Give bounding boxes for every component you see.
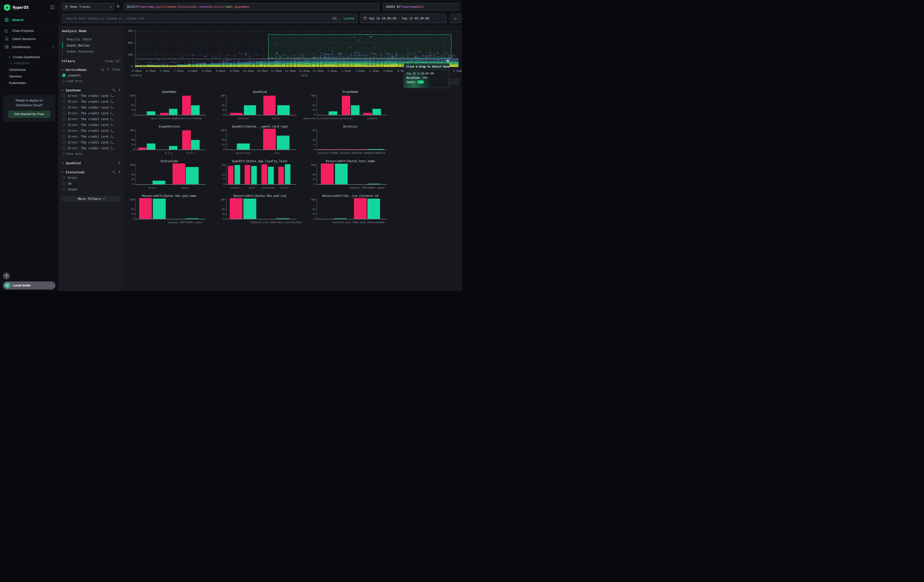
sidebar-item-client-sessions[interactable]: Client Sessions <box>0 35 59 43</box>
sidebar-item-services[interactable]: Services <box>0 73 59 79</box>
filter-option[interactable]: Error: The credit card (… <box>62 134 121 139</box>
chart-y-tick: 0 <box>217 183 225 185</box>
filter-option[interactable]: Error: The credit card (… <box>62 93 121 99</box>
sidebar-item-kubernetes[interactable]: Kubernetes <box>0 79 59 86</box>
y-axis-line <box>135 94 136 115</box>
chart-y-tick: 50 <box>308 208 315 211</box>
chart-y-tick: 0 <box>127 113 134 116</box>
checkbox[interactable] <box>62 123 66 127</box>
tick-mark <box>315 184 317 185</box>
chevron-down-icon[interactable] <box>61 68 64 71</box>
filter-option[interactable]: Unset <box>62 187 121 192</box>
checkbox[interactable] <box>62 106 66 109</box>
checkbox[interactable] <box>62 188 66 191</box>
checkbox[interactable] <box>62 135 66 138</box>
local-mode-label: Local mode <box>13 284 51 287</box>
filter-option[interactable]: Error: The credit card (… <box>62 145 121 151</box>
filter-option[interactable]: ✓payment <box>62 73 121 78</box>
tick-mark <box>168 150 169 151</box>
checkbox[interactable] <box>62 112 66 115</box>
selection-box[interactable] <box>268 35 451 58</box>
pin-icon[interactable] <box>107 68 110 71</box>
source-select[interactable]: Demo Traces <box>62 3 114 10</box>
lucene-mode-toggle[interactable]: Lucene <box>343 17 354 20</box>
search-input[interactable] <box>65 16 331 20</box>
pin-icon[interactable] <box>118 89 121 92</box>
bar <box>153 199 165 219</box>
filter-option[interactable]: Ok <box>62 181 121 186</box>
mode-results-table[interactable]: Results Table <box>63 36 121 42</box>
pin-icon[interactable] <box>118 162 121 165</box>
sidebar-item-label: Dashboards <box>12 45 52 49</box>
clear-all-button[interactable]: Clear all <box>105 59 121 63</box>
bar <box>228 166 234 184</box>
tick-mark <box>251 185 252 186</box>
checkbox[interactable] <box>62 147 66 150</box>
search-icon[interactable] <box>101 68 104 71</box>
select-query-input[interactable]: SELECT Timestamp, ServiceName, StatusCod… <box>124 3 379 10</box>
checkbox[interactable] <box>62 176 66 180</box>
filter-option[interactable]: Error: The credit card (… <box>62 105 121 110</box>
mode-event-patterns[interactable]: Event Patterns <box>63 48 121 54</box>
more-filters-button[interactable]: More filters <box>62 196 121 202</box>
filter-option[interactable]: Error: The credit card (… <box>62 128 121 134</box>
checkbox[interactable]: ✓ <box>62 74 66 77</box>
filter-option[interactable]: Error: The credit card (… <box>62 116 121 122</box>
chart-y-tick: 25 <box>127 213 134 215</box>
heatmap-x-tick: 9:30pm <box>227 69 242 73</box>
sidebar-item-dashboards[interactable]: Dashboards <box>0 43 59 51</box>
order-by-input[interactable]: ORDER BY Timestamp DESC <box>383 3 459 10</box>
next-page-button[interactable]: › <box>453 79 459 85</box>
sidebar-item-search[interactable]: Search <box>0 16 59 24</box>
sidebar-item-clickhouse[interactable]: ClickHouse <box>0 66 59 73</box>
chart-y-tick: 0 <box>308 218 315 220</box>
tick-mark <box>225 115 226 115</box>
filter-option[interactable]: Error <box>62 175 121 180</box>
create-dashboard-button[interactable]: + Create Dashboard <box>0 54 59 60</box>
bar <box>329 111 337 115</box>
search-icon[interactable] <box>112 171 116 173</box>
sidebar-item-chart-explorer[interactable]: Chart Explorer <box>0 26 59 35</box>
sidebar-collapse-icon[interactable] <box>50 5 54 10</box>
get-started-button[interactable]: Get Started for Free <box>8 110 51 118</box>
filter-load-more[interactable]: Load more <box>62 78 121 84</box>
presets-header[interactable]: PRESETS <box>0 60 59 66</box>
clear-filter-button[interactable]: Clear <box>112 68 121 71</box>
filter-option[interactable]: Error: The credit card (… <box>62 140 121 145</box>
help-button[interactable]: ? <box>3 272 10 279</box>
bar <box>173 163 185 184</box>
filter-option[interactable]: Error: The credit card (… <box>62 99 121 104</box>
gear-icon[interactable]: ⚙ <box>116 4 120 8</box>
filter-option[interactable]: Error: The credit card (… <box>62 122 121 127</box>
chart-y-tick: 50 <box>217 138 225 141</box>
x-axis-line <box>317 184 387 185</box>
run-query-button[interactable]: ▷ <box>450 14 461 23</box>
filter-show-more[interactable]: Show more <box>62 151 121 157</box>
chart-y-tick: 0 <box>308 113 315 116</box>
checkbox[interactable] <box>62 182 66 185</box>
search-icon[interactable] <box>112 89 116 92</box>
app-window: HyperDX Search Chart Explorer Client Ses… <box>0 0 462 291</box>
chevron-down-icon[interactable] <box>61 171 64 173</box>
tooltip-time: Sep 15 5:10:00 AM <box>406 72 447 75</box>
filter-option[interactable]: Error: The credit card (… <box>62 110 121 116</box>
chevron-down-icon[interactable] <box>61 89 64 91</box>
tick-mark <box>134 115 135 115</box>
sql-mode-toggle[interactable]: SQL <box>332 17 338 20</box>
bar <box>367 199 380 219</box>
pin-icon[interactable] <box>118 171 121 173</box>
local-mode-menu[interactable]: U Local mode › <box>3 281 55 290</box>
checkbox[interactable] <box>62 100 66 103</box>
tick-mark <box>315 165 317 165</box>
checkbox[interactable] <box>62 94 66 97</box>
tick-mark <box>191 150 191 151</box>
checkbox[interactable] <box>62 117 66 121</box>
checkbox[interactable] <box>62 129 66 132</box>
chart-resourceattributes-k8s-pod-uid: ResourceAttributes.k8s.pod.uid100502505e… <box>217 194 303 227</box>
checkbox[interactable] <box>62 141 66 144</box>
chart-spanname: SpanName10050250grpc.oteldemo.PaymentSer… <box>127 90 213 123</box>
mode-event-deltas[interactable]: Event Deltas <box>63 42 121 48</box>
chevron-right-icon[interactable] <box>61 162 64 164</box>
bar <box>244 105 256 115</box>
date-range-picker[interactable]: Sep 14 18:00:00 - Sep 15 05:30:00 <box>360 14 446 23</box>
